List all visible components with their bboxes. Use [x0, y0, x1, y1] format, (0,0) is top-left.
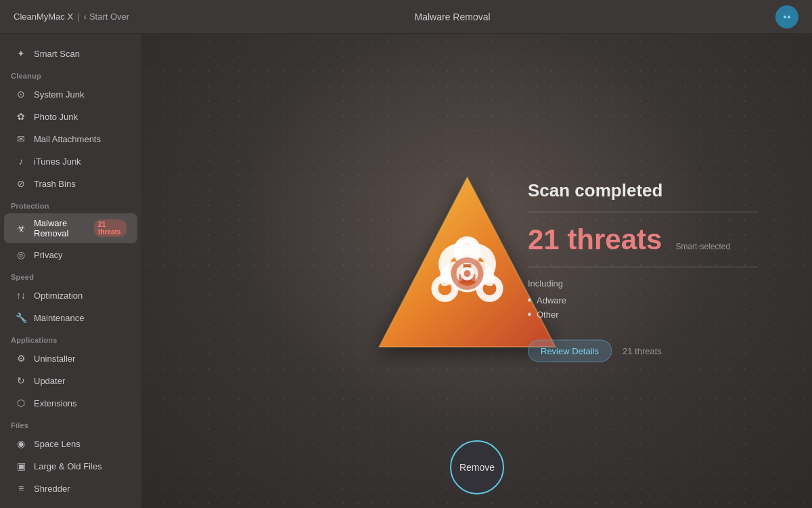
- scan-completed-title: Scan completed: [528, 180, 758, 201]
- svg-point-9: [464, 270, 471, 277]
- sidebar-uninstaller-label: Uninstaller: [34, 354, 75, 364]
- sidebar-item-updater[interactable]: ↻ Updater: [4, 370, 137, 391]
- sidebar-item-uninstaller[interactable]: ⚙ Uninstaller: [4, 347, 137, 369]
- sidebar-maintenance-label: Maintenance: [34, 313, 84, 323]
- sidebar-itunes-label: iTunes Junk: [34, 156, 81, 167]
- section-label-protection: Protection: [0, 195, 141, 213]
- separator: |: [77, 12, 79, 22]
- sidebar-large-files-label: Large & Old Files: [34, 461, 102, 471]
- system-junk-icon: ⊙: [15, 88, 27, 100]
- right-panel: Scan completed 21 threats Smart-selected…: [528, 180, 758, 362]
- sidebar-smart-scan-label: Smart Scan: [34, 49, 80, 59]
- title-bar: CleanMyMac X | ‹ Start Over Malware Remo…: [0, 0, 812, 34]
- sidebar-item-large-old-files[interactable]: ▣ Large & Old Files: [4, 455, 137, 477]
- sidebar-mail-label: Mail Attachments: [34, 134, 101, 144]
- smart-selected-label: Smart-selected: [675, 242, 730, 251]
- privacy-icon: ◎: [15, 249, 27, 261]
- section-label-files: Files: [0, 415, 141, 432]
- back-label: Start Over: [89, 12, 129, 22]
- photo-junk-icon: ✿: [15, 110, 27, 123]
- sidebar-shredder-label: Shredder: [34, 484, 70, 494]
- section-label-cleanup: Cleanup: [0, 65, 141, 83]
- trash-bins-icon: ⊘: [15, 177, 27, 190]
- threats-row: 21 threats Smart-selected: [528, 224, 758, 256]
- bullet-adware: [528, 299, 531, 302]
- sidebar-item-privacy[interactable]: ◎ Privacy: [4, 244, 137, 266]
- sidebar-malware-label: Malware Removal: [34, 218, 87, 238]
- threat-adware-label: Adware: [537, 295, 566, 305]
- including-label: Including: [528, 278, 758, 289]
- sidebar-item-space-lens[interactable]: ◉ Space Lens: [4, 433, 137, 454]
- space-lens-icon: ◉: [15, 438, 27, 450]
- smart-scan-icon: ✦: [15, 47, 27, 60]
- sidebar: ✦ Smart Scan Cleanup ⊙ System Junk ✿ Pho…: [0, 34, 142, 508]
- sidebar-trash-label: Trash Bins: [34, 179, 76, 189]
- threat-adware: Adware: [528, 295, 758, 305]
- sidebar-item-malware-removal[interactable]: ☣ Malware Removal 21 threats: [4, 213, 137, 243]
- bullet-other: [528, 313, 531, 316]
- sidebar-item-optimization[interactable]: ↑↓ Optimization: [4, 284, 137, 306]
- malware-badge: 21 threats: [94, 219, 127, 237]
- malware-removal-icon: ☣: [15, 222, 27, 234]
- sidebar-optimization-label: Optimization: [34, 291, 83, 301]
- section-label-speed: Speed: [0, 266, 141, 284]
- review-threats-count: 21 threats: [623, 346, 662, 356]
- extensions-icon: ⬡: [15, 397, 27, 409]
- review-details-label: Review Details: [541, 346, 599, 356]
- threats-count: 21 threats: [528, 224, 662, 256]
- avatar[interactable]: ●●: [775, 5, 798, 28]
- content-area: Scan completed 21 threats Smart-selected…: [142, 34, 812, 508]
- large-old-files-icon: ▣: [15, 460, 27, 472]
- sidebar-privacy-label: Privacy: [34, 250, 63, 260]
- sidebar-item-trash-bins[interactable]: ⊘ Trash Bins: [4, 173, 137, 194]
- optimization-icon: ↑↓: [15, 289, 27, 301]
- window-title: Malware Removal: [129, 12, 775, 22]
- uninstaller-icon: ⚙: [15, 352, 27, 364]
- divider-1: [528, 212, 758, 213]
- sidebar-item-shredder[interactable]: ≡ Shredder: [4, 478, 137, 499]
- sidebar-extensions-label: Extensions: [34, 398, 77, 408]
- sidebar-item-system-junk[interactable]: ⊙ System Junk: [4, 83, 137, 105]
- threat-other-label: Other: [537, 310, 559, 320]
- sidebar-photo-junk-label: Photo Junk: [34, 112, 78, 122]
- shredder-icon: ≡: [15, 482, 27, 494]
- remove-label: Remove: [459, 462, 495, 473]
- sidebar-space-lens-label: Space Lens: [34, 439, 81, 449]
- sidebar-item-extensions[interactable]: ⬡ Extensions: [4, 392, 137, 414]
- app-name: CleanMyMac X: [14, 12, 73, 22]
- back-button[interactable]: ‹ Start Over: [84, 12, 130, 22]
- remove-button[interactable]: Remove: [450, 440, 504, 494]
- sidebar-updater-label: Updater: [34, 376, 65, 386]
- threat-other: Other: [528, 310, 758, 320]
- mail-attachments-icon: ✉: [15, 133, 27, 145]
- avatar-icon: ●●: [783, 13, 791, 20]
- section-label-applications: Applications: [0, 329, 141, 347]
- sidebar-item-smart-scan[interactable]: ✦ Smart Scan: [4, 43, 137, 64]
- back-chevron: ‹: [84, 12, 87, 22]
- divider-2: [528, 267, 758, 268]
- sidebar-item-maintenance[interactable]: 🔧 Maintenance: [4, 307, 137, 329]
- itunes-junk-icon: ♪: [15, 155, 27, 167]
- main-layout: ✦ Smart Scan Cleanup ⊙ System Junk ✿ Pho…: [0, 34, 812, 508]
- sidebar-system-junk-label: System Junk: [34, 89, 84, 100]
- sidebar-item-itunes-junk[interactable]: ♪ iTunes Junk: [4, 150, 137, 172]
- maintenance-icon: 🔧: [15, 312, 27, 324]
- sidebar-item-photo-junk[interactable]: ✿ Photo Junk: [4, 106, 137, 127]
- sidebar-item-mail-attachments[interactable]: ✉ Mail Attachments: [4, 128, 137, 150]
- review-details-button[interactable]: Review Details: [528, 340, 612, 362]
- updater-icon: ↻: [15, 375, 27, 387]
